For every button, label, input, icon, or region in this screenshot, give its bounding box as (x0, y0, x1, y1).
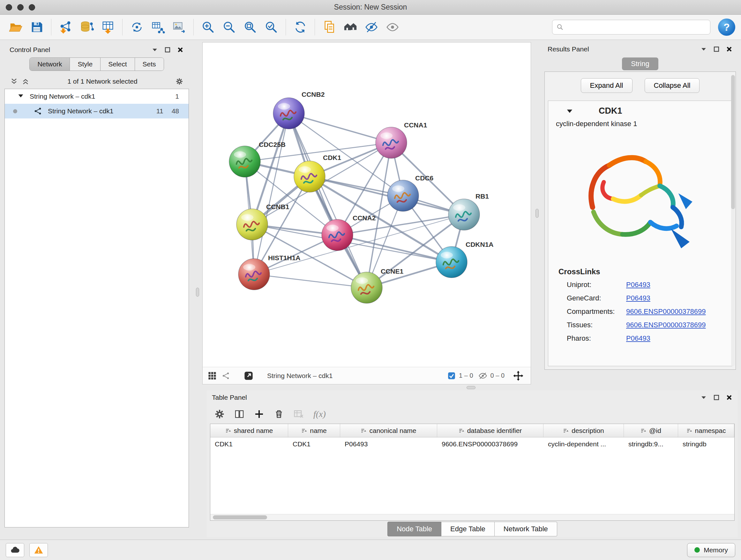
function-builder-icon[interactable]: f(x) (313, 409, 326, 419)
network-tools-button[interactable] (127, 17, 147, 37)
column-header[interactable]: canonical name (340, 424, 437, 437)
memory-button[interactable]: Memory (687, 543, 735, 557)
add-column-icon[interactable] (254, 409, 264, 419)
panel-close-icon[interactable] (726, 394, 733, 401)
close-window-button[interactable] (6, 4, 12, 10)
show-graphics-button[interactable] (383, 17, 402, 37)
panel-close-icon[interactable] (177, 46, 184, 53)
table-horizontal-scrollbar[interactable] (210, 514, 734, 520)
tab-sets[interactable]: Sets (135, 58, 164, 71)
tissues-link[interactable]: 9606.ENSP00000378699 (626, 321, 706, 329)
network-edge[interactable] (254, 274, 367, 288)
warnings-button[interactable] (29, 543, 48, 557)
cell-id[interactable]: stringdb:9... (624, 437, 678, 451)
cell-database-identifier[interactable]: 9606.ENSP00000378699 (437, 437, 543, 451)
import-network-from-file-button[interactable] (56, 17, 76, 37)
panel-menu-chevron-icon[interactable] (700, 46, 707, 53)
network-share-icon[interactable] (222, 372, 230, 380)
expand-all-icon[interactable] (22, 78, 29, 85)
horizontal-splitter-handle[interactable] (467, 386, 475, 389)
network-node-ccnb2[interactable]: CCNB2 (273, 91, 325, 129)
tab-style[interactable]: Style (70, 58, 100, 71)
open-session-button[interactable] (6, 17, 25, 37)
zoom-window-button[interactable] (29, 4, 35, 10)
cell-name[interactable]: CDK1 (288, 437, 340, 451)
uniprot-link[interactable]: P06493 (626, 281, 650, 289)
export-network-icon[interactable] (244, 371, 254, 381)
panel-float-icon[interactable] (713, 394, 720, 401)
network-node-cdk1[interactable]: CDK1 (294, 154, 341, 192)
network-edge[interactable] (289, 113, 391, 143)
cell-description[interactable]: cyclin-dependent ... (543, 437, 624, 451)
column-header[interactable]: shared name (210, 424, 288, 437)
network-canvas[interactable]: CCNB2CCNA1CDC25BCDK1CDC6RB1CCNB1CCNA2CDK… (203, 43, 531, 367)
network-node-rb1[interactable]: RB1 (448, 192, 489, 230)
string-network-graph[interactable]: CCNB2CCNA1CDC25BCDK1CDC6RB1CCNB1CCNA2CDK… (203, 43, 531, 367)
cell-canonical-name[interactable]: P06493 (340, 437, 437, 451)
column-header[interactable]: @id (624, 424, 678, 437)
zoom-selected-button[interactable] (261, 17, 281, 37)
column-header[interactable]: namespac (678, 424, 734, 437)
network-options-gear-icon[interactable] (176, 78, 183, 85)
table-row[interactable]: CDK1 CDK1 P06493 9606.ENSP00000378699 cy… (210, 437, 734, 451)
network-edge[interactable] (289, 113, 367, 288)
vertical-splitter-handle[interactable] (196, 288, 199, 297)
tab-select[interactable]: Select (100, 58, 135, 71)
cell-shared-name[interactable]: CDK1 (210, 437, 288, 451)
cloud-status-button[interactable] (6, 543, 24, 557)
zoom-out-button[interactable] (219, 17, 239, 37)
tab-string[interactable]: String (622, 57, 658, 70)
panel-float-icon[interactable] (713, 46, 720, 53)
tab-node-table[interactable]: Node Table (387, 522, 441, 537)
new-network-from-table-button[interactable] (148, 17, 168, 37)
show-columns-icon[interactable] (234, 409, 245, 419)
panel-float-icon[interactable] (164, 46, 171, 53)
network-row-selected[interactable]: String Network – cdk1 11 48 (5, 104, 189, 118)
network-node-ccna1[interactable]: CCNA1 (376, 121, 427, 159)
help-button[interactable]: ? (718, 18, 735, 36)
import-table-from-file-button[interactable] (98, 17, 118, 37)
column-header[interactable]: name (288, 424, 340, 437)
tree-expand-icon[interactable] (17, 92, 24, 101)
network-edge[interactable] (254, 113, 289, 274)
table-settings-gear-icon[interactable] (214, 409, 225, 419)
search-box[interactable] (552, 20, 711, 35)
expand-all-button[interactable]: Expand All (581, 78, 632, 93)
network-node-hist1h1a[interactable]: HIST1H1A (239, 254, 300, 290)
compartments-link[interactable]: 9606.ENSP00000378699 (626, 307, 706, 316)
annotation-visibility-button[interactable] (361, 17, 381, 37)
network-edge[interactable] (310, 177, 464, 214)
scrollbar-thumb[interactable] (213, 515, 267, 519)
copy-document-button[interactable] (320, 17, 339, 37)
pan-crosshair-icon[interactable] (513, 370, 524, 381)
collapse-all-icon[interactable] (10, 78, 18, 85)
column-header[interactable]: database identifier (437, 424, 543, 437)
gene-collapse-icon[interactable] (566, 108, 573, 115)
zoom-in-button[interactable] (198, 17, 218, 37)
column-header[interactable]: description (543, 424, 624, 437)
panel-menu-chevron-icon[interactable] (700, 394, 707, 401)
tab-edge-table[interactable]: Edge Table (441, 522, 495, 537)
export-image-button[interactable] (169, 17, 189, 37)
panel-close-icon[interactable] (726, 46, 733, 53)
tab-network[interactable]: Network (30, 58, 70, 71)
save-session-button[interactable] (27, 17, 47, 37)
collapse-all-button[interactable]: Collapse All (645, 78, 700, 93)
zoom-fit-button[interactable] (240, 17, 260, 37)
import-network-from-database-button[interactable] (77, 17, 97, 37)
refresh-view-button[interactable] (290, 17, 310, 37)
birdseye-view-icon[interactable] (208, 371, 217, 380)
network-node-ccnb1[interactable]: CCNB1 (237, 203, 289, 240)
genecard-link[interactable]: P06493 (626, 294, 650, 302)
hidden-eye-icon[interactable] (478, 371, 487, 380)
results-scrollbar[interactable] (731, 75, 735, 366)
vertical-splitter-handle[interactable] (536, 209, 539, 218)
network-collection-row[interactable]: String Network – cdk1 1 (5, 89, 189, 104)
pharos-link[interactable]: P06493 (626, 334, 650, 343)
home-button[interactable] (340, 17, 360, 37)
network-node-cdkn1a[interactable]: CDKN1A (436, 241, 494, 278)
selected-checkbox-icon[interactable] (448, 372, 456, 380)
tab-network-table[interactable]: Network Table (495, 522, 557, 537)
minimize-window-button[interactable] (17, 4, 23, 10)
delete-column-icon[interactable] (274, 409, 284, 419)
